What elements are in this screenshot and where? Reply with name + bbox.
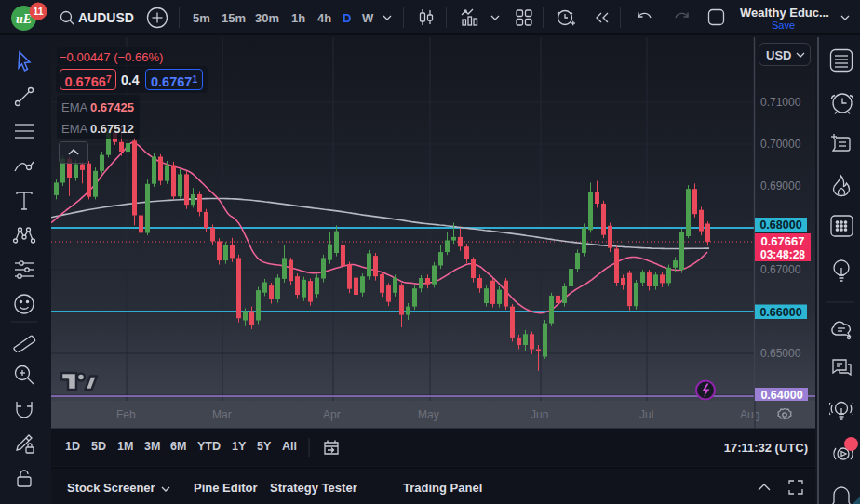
svg-text:03:48:28: 03:48:28 <box>760 248 805 261</box>
svg-text:0.69000: 0.69000 <box>760 179 801 192</box>
svg-text:0.70000: 0.70000 <box>760 138 801 151</box>
svg-text:0.64000: 0.64000 <box>760 389 802 401</box>
svg-text:0.66000: 0.66000 <box>759 306 801 319</box>
svg-text:0.67000: 0.67000 <box>760 263 801 276</box>
svg-text:0.67667: 0.67667 <box>761 234 805 248</box>
svg-text:0.68000: 0.68000 <box>759 219 801 232</box>
svg-text:0.71000: 0.71000 <box>760 96 801 109</box>
svg-text:11: 11 <box>33 6 43 17</box>
svg-text:0.65000: 0.65000 <box>760 347 801 360</box>
svg-text:uE: uE <box>16 12 32 26</box>
